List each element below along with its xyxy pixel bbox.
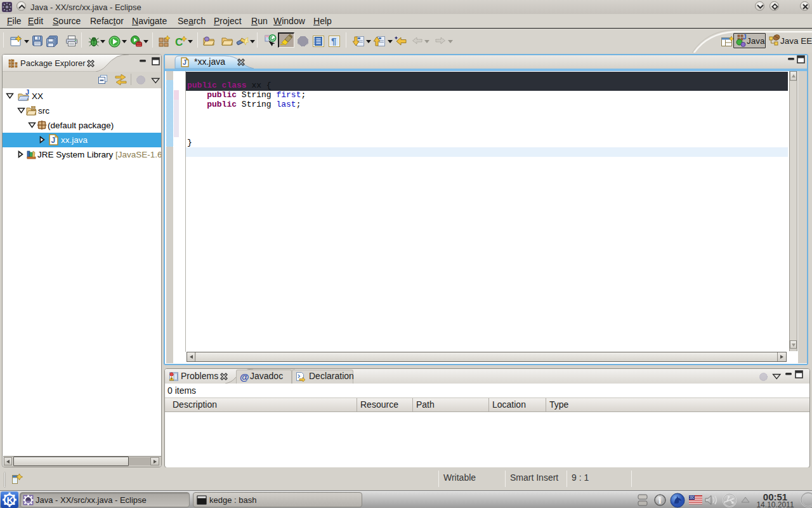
svg-text:¶: ¶ <box>331 36 336 46</box>
svg-text:J: J <box>51 136 56 145</box>
svg-text:K: K <box>7 495 14 505</box>
svg-text:J: J <box>25 90 29 96</box>
svg-text:i: i <box>658 496 661 505</box>
svg-text:J: J <box>183 58 187 66</box>
svg-text:C: C <box>175 36 183 48</box>
svg-text:J: J <box>743 34 747 41</box>
